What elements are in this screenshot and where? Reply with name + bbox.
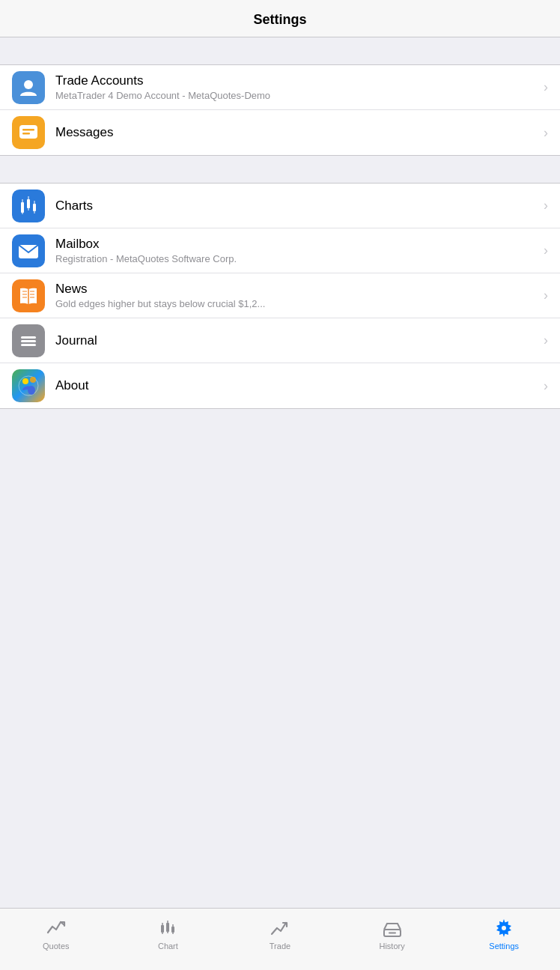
messages-chevron: ›	[544, 125, 548, 141]
section-gap-middle	[0, 156, 560, 183]
tools-section: Charts › Mailbox Registration - MetaQuot…	[0, 183, 560, 409]
chart-tab-icon	[157, 918, 178, 939]
svg-rect-9	[28, 207, 29, 210]
tab-history-label: History	[379, 942, 404, 951]
svg-point-0	[24, 80, 33, 89]
about-item[interactable]: About ›	[0, 363, 560, 408]
svg-rect-23	[21, 344, 36, 346]
news-item[interactable]: News Gold edges higher but stays below c…	[0, 273, 560, 318]
about-icon	[12, 369, 45, 402]
mailbox-item[interactable]: Mailbox Registration - MetaQuotes Softwa…	[0, 228, 560, 273]
svg-point-26	[28, 386, 35, 395]
mailbox-chevron: ›	[544, 243, 548, 258]
mailbox-subtitle: Registration - MetaQuotes Software Corp.	[55, 253, 538, 264]
mailbox-icon	[12, 234, 45, 267]
about-chevron: ›	[544, 378, 548, 394]
history-tab-icon	[382, 918, 403, 939]
page-title: Settings	[253, 12, 306, 27]
messages-icon	[12, 116, 45, 149]
news-text: News Gold edges higher but stays below c…	[55, 282, 538, 309]
svg-point-25	[22, 378, 28, 384]
svg-rect-21	[21, 336, 36, 339]
trade-accounts-chevron: ›	[544, 79, 548, 95]
messages-text: Messages	[55, 125, 538, 140]
svg-point-41	[502, 926, 506, 930]
tab-history[interactable]: History	[336, 915, 448, 954]
svg-rect-28	[161, 925, 164, 933]
trade-accounts-subtitle: MetaTrader 4 Demo Account - MetaQuotes-D…	[55, 90, 538, 101]
tab-chart-label: Chart	[158, 942, 178, 951]
svg-rect-4	[21, 202, 24, 213]
quotes-icon	[46, 918, 67, 939]
charts-item[interactable]: Charts ›	[0, 184, 560, 228]
tab-settings[interactable]: Settings	[448, 915, 560, 954]
svg-rect-10	[33, 204, 36, 211]
journal-item[interactable]: Journal ›	[0, 318, 560, 363]
charts-title: Charts	[55, 198, 538, 213]
tab-quotes-label: Quotes	[43, 942, 69, 951]
trade-accounts-text: Trade Accounts MetaTrader 4 Demo Account…	[55, 73, 538, 101]
trade-accounts-item[interactable]: Trade Accounts MetaTrader 4 Demo Account…	[0, 65, 560, 110]
trade-tab-icon	[270, 918, 290, 939]
accounts-section: Trade Accounts MetaTrader 4 Demo Account…	[0, 64, 560, 156]
tab-bar: Quotes Chart Tra	[0, 908, 560, 970]
tab-trade-label: Trade	[270, 942, 290, 951]
trade-accounts-icon	[12, 71, 45, 104]
svg-rect-34	[171, 927, 174, 933]
tab-settings-label: Settings	[489, 942, 519, 951]
journal-chevron: ›	[544, 333, 548, 348]
news-subtitle: Gold edges higher but stays below crucia…	[55, 298, 538, 309]
svg-rect-6	[22, 212, 23, 214]
svg-rect-3	[22, 133, 30, 135]
svg-rect-11	[34, 201, 35, 204]
svg-rect-31	[166, 923, 169, 932]
trade-accounts-title: Trade Accounts	[55, 73, 538, 88]
messages-title: Messages	[55, 125, 538, 140]
charts-chevron: ›	[544, 198, 548, 213]
charts-icon	[12, 190, 45, 222]
svg-rect-8	[28, 196, 29, 200]
svg-rect-5	[22, 199, 23, 203]
journal-icon	[12, 324, 45, 357]
section-gap-top	[0, 37, 560, 64]
tab-quotes[interactable]: Quotes	[0, 915, 112, 954]
journal-title: Journal	[55, 333, 538, 348]
svg-rect-1	[19, 125, 37, 139]
svg-point-27	[30, 377, 36, 383]
news-icon	[12, 279, 45, 312]
messages-item[interactable]: Messages ›	[0, 110, 560, 155]
about-text: About	[55, 378, 538, 393]
svg-rect-12	[34, 210, 35, 213]
mailbox-text: Mailbox Registration - MetaQuotes Softwa…	[55, 237, 538, 264]
mailbox-title: Mailbox	[55, 237, 538, 252]
about-title: About	[55, 378, 538, 393]
svg-rect-7	[27, 199, 30, 208]
tab-chart[interactable]: Chart	[112, 915, 225, 954]
journal-text: Journal	[55, 333, 538, 348]
settings-tab-icon	[493, 918, 514, 939]
news-title: News	[55, 282, 538, 297]
svg-rect-2	[22, 129, 34, 131]
charts-text: Charts	[55, 198, 538, 213]
content-area	[0, 409, 560, 908]
app-header: Settings	[0, 0, 560, 37]
svg-rect-22	[21, 340, 36, 342]
tab-trade[interactable]: Trade	[224, 915, 336, 954]
news-chevron: ›	[544, 288, 548, 303]
